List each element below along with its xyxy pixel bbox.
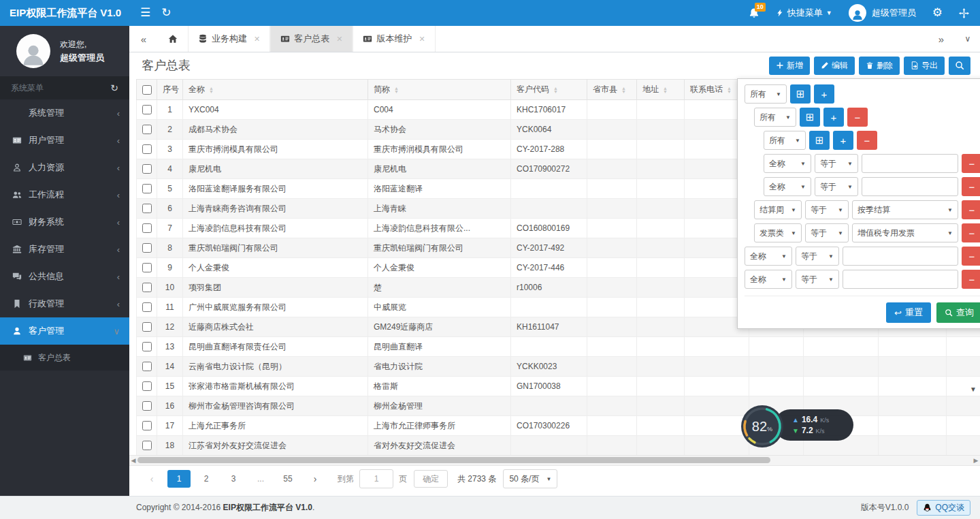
row-checkbox[interactable] (142, 184, 152, 193)
row-checkbox[interactable] (142, 381, 152, 391)
remove-condition-button[interactable]: − (962, 154, 980, 173)
sidebar-item-public-info[interactable]: 公共信息‹ (0, 263, 129, 290)
column-header[interactable]: 简称▲▼ (368, 80, 511, 100)
tabs-scroll-right-button[interactable]: » (927, 26, 956, 52)
sidebar-item-finance[interactable]: 财务系统‹ (0, 208, 129, 236)
page-button[interactable]: 55 (276, 470, 299, 488)
sort-icon[interactable]: ▲▼ (621, 86, 626, 93)
sidebar-item-admin[interactable]: 行政管理‹ (0, 290, 129, 317)
sidebar-item-system[interactable]: 系统管理‹ (0, 99, 129, 127)
column-header[interactable]: 客户代码▲▼ (511, 80, 587, 100)
scrollbar-track[interactable] (137, 456, 972, 465)
logic-select[interactable]: 所有▼ (754, 108, 796, 127)
goto-confirm-button[interactable]: 确定 (414, 470, 448, 488)
row-checkbox[interactable] (142, 144, 152, 154)
field-select[interactable]: 全称▼ (764, 154, 811, 173)
page-button[interactable]: 3 (222, 470, 245, 488)
remove-condition-button[interactable]: − (962, 200, 980, 219)
row-checkbox[interactable] (142, 125, 152, 134)
vertical-scrollbar-down-arrow[interactable]: ▼ (970, 386, 977, 393)
operator-select[interactable]: 等于▼ (815, 177, 858, 196)
sort-icon[interactable]: ▲▼ (394, 86, 399, 93)
operator-select[interactable]: 等于▼ (796, 270, 839, 289)
value-select[interactable]: 增值税专用发票▼ (852, 223, 958, 242)
column-header[interactable]: 地址▲▼ (637, 80, 685, 100)
tabs-scroll-left-button[interactable]: « (129, 26, 158, 52)
sidebar-item-hr[interactable]: 人力资源‹ (0, 154, 129, 181)
remove-condition-button[interactable]: − (962, 223, 980, 242)
column-header[interactable]: 全称▲▼ (183, 80, 368, 100)
row-checkbox[interactable] (142, 421, 152, 430)
operator-select[interactable]: 等于▼ (815, 154, 858, 173)
goto-page-input[interactable] (359, 469, 393, 488)
field-select[interactable]: 全称▼ (745, 247, 792, 266)
remove-group-button[interactable]: − (847, 108, 868, 127)
row-checkbox[interactable] (142, 441, 152, 450)
field-select[interactable]: 结算周▼ (754, 200, 802, 219)
add-group-button[interactable]: ⊞ (809, 131, 830, 150)
settings-gear-icon[interactable]: ⚙ (932, 0, 943, 26)
add-condition-button[interactable]: + (814, 84, 834, 104)
close-icon[interactable]: ✕ (419, 35, 425, 44)
notifications-button[interactable]: 10 (749, 7, 760, 18)
row-checkbox[interactable] (142, 302, 152, 312)
sidebar-item-users[interactable]: 用户管理‹ (0, 127, 129, 154)
hamburger-icon[interactable]: ☰ (140, 0, 150, 26)
scroll-left-arrow[interactable]: ◀ (129, 457, 137, 464)
close-icon[interactable]: ✕ (254, 35, 260, 44)
tab-version-maint[interactable]: 版本维护✕ (353, 26, 435, 52)
page-button[interactable]: 1 (167, 470, 191, 488)
next-page-button[interactable]: › (304, 470, 327, 488)
quick-menu-button[interactable]: 快捷菜单 ▼ (776, 7, 832, 19)
remove-condition-button[interactable]: − (962, 177, 980, 196)
remove-condition-button[interactable]: − (962, 270, 980, 289)
select-all-checkbox[interactable] (142, 85, 152, 95)
value-input[interactable] (862, 154, 958, 173)
scroll-right-arrow[interactable]: ▶ (972, 457, 980, 464)
row-checkbox[interactable] (142, 263, 152, 272)
row-checkbox[interactable] (142, 243, 152, 253)
value-input[interactable] (843, 247, 958, 266)
add-condition-button[interactable]: + (823, 108, 844, 127)
sort-icon[interactable]: ▲▼ (209, 86, 214, 93)
logic-select[interactable]: 所有▼ (764, 131, 806, 150)
sort-icon[interactable]: ▲▼ (663, 86, 668, 93)
delete-button[interactable]: 删除 (859, 57, 900, 75)
logic-select[interactable]: 所有▼ (745, 84, 787, 104)
sidebar-item-workflow[interactable]: 工作流程‹ (0, 181, 129, 208)
row-checkbox[interactable] (142, 223, 152, 233)
field-select[interactable]: 全称▼ (764, 177, 811, 196)
sidebar-item-inventory[interactable]: 库存管理‹ (0, 236, 129, 263)
row-checkbox[interactable] (142, 401, 152, 411)
row-checkbox[interactable] (142, 283, 152, 292)
value-input[interactable] (862, 177, 958, 196)
row-checkbox[interactable] (142, 105, 152, 114)
row-checkbox[interactable] (142, 342, 152, 351)
tab-customer-master[interactable]: 客户总表✕ (270, 26, 353, 52)
add-group-button[interactable]: ⊞ (790, 84, 811, 104)
tab-business-build[interactable]: 业务构建✕ (188, 26, 270, 52)
fullscreen-icon[interactable] (959, 8, 969, 18)
add-condition-button[interactable]: + (833, 131, 853, 150)
query-button[interactable]: 查询 (936, 302, 980, 323)
reset-button[interactable]: ↩ 重置 (886, 302, 931, 323)
field-select[interactable]: 全称▼ (745, 270, 792, 289)
row-checkbox[interactable] (142, 322, 152, 332)
value-input[interactable] (843, 270, 958, 289)
tabs-dropdown-button[interactable]: ∨ (956, 26, 980, 52)
row-checkbox[interactable] (142, 362, 152, 371)
operator-select[interactable]: 等于▼ (805, 223, 849, 242)
page-button[interactable]: 2 (195, 470, 218, 488)
home-tab[interactable] (158, 26, 188, 52)
network-speed-widget[interactable]: ▲ 16.4 K/s ▼ 7.2 K/s (740, 402, 958, 456)
edit-button[interactable]: 编辑 (814, 57, 855, 75)
close-icon[interactable]: ✕ (336, 35, 342, 44)
sort-icon[interactable]: ▲▼ (553, 86, 558, 93)
add-button[interactable]: 新增 (769, 57, 810, 75)
page-size-select[interactable]: 50 条/页 ▼ (503, 469, 557, 488)
scrollbar-thumb[interactable] (137, 457, 770, 463)
field-select[interactable]: 发票类▼ (754, 223, 802, 242)
search-toggle-button[interactable] (949, 57, 970, 75)
add-group-button[interactable]: ⊞ (800, 108, 820, 127)
column-header[interactable]: 省市县▲▼ (587, 80, 637, 100)
